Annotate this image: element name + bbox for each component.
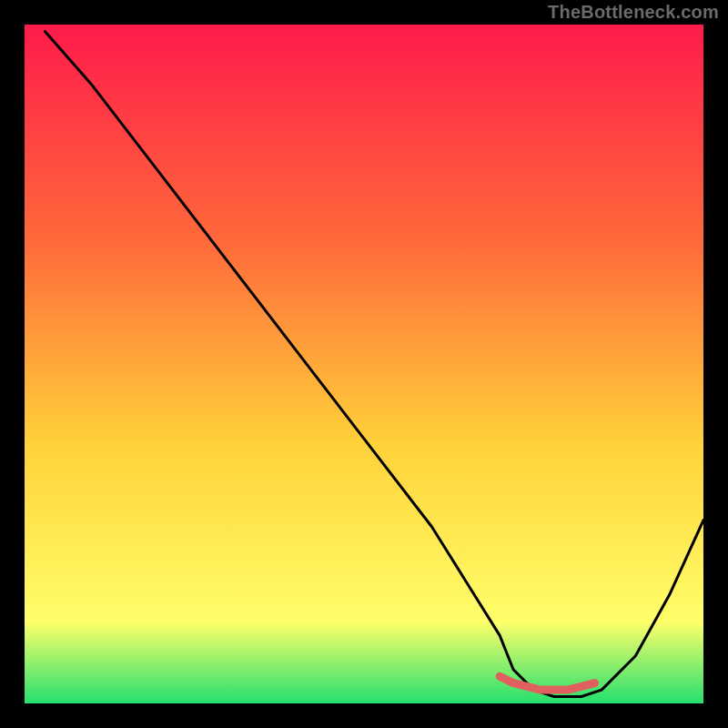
- bottleneck-chart: [0, 0, 728, 728]
- plot-background: [25, 25, 703, 703]
- attribution-text: TheBottleneck.com: [548, 2, 719, 23]
